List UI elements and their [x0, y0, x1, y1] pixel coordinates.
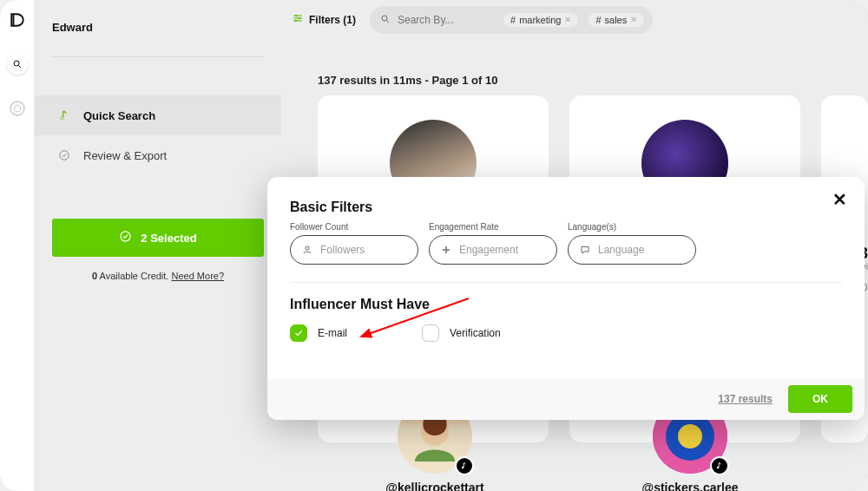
app-logo[interactable] [10, 12, 25, 28]
selected-button-label: 2 Selected [141, 232, 196, 245]
field-placeholder: Language [598, 244, 644, 256]
svg-point-18 [678, 424, 702, 448]
engagement-input[interactable]: Engagement [429, 235, 557, 265]
followers-input[interactable]: Followers [290, 235, 418, 265]
svg-point-5 [121, 232, 130, 241]
language-input[interactable]: Language [568, 235, 696, 265]
sidebar-item-quick-search[interactable]: Quick Search [35, 95, 281, 135]
field-label: Follower Count [290, 222, 418, 232]
hash-icon: # [510, 15, 516, 25]
modal-divider [290, 282, 842, 283]
must-have-title: Influencer Must Have [290, 297, 842, 312]
search-icon [380, 12, 391, 28]
music-note-icon [57, 108, 71, 122]
checkbox-checked-icon[interactable] [290, 324, 307, 342]
selected-button[interactable]: 2 Selected [52, 219, 264, 257]
filters-button-label: Filters (1) [309, 14, 356, 26]
sidebar: Edward Quick Search Review & Export 2 Se… [35, 0, 281, 491]
svg-point-9 [295, 15, 297, 16]
field-placeholder: Engagement [459, 244, 518, 256]
credit-need-more-link[interactable]: Need More? [172, 271, 225, 281]
svg-line-13 [387, 20, 390, 23]
result-handle: @kellicrockettart [385, 481, 483, 491]
search-tag-sales[interactable]: # sales ✕ [589, 13, 644, 27]
rail-loading-icon[interactable] [10, 101, 25, 116]
credit-line: 0 Available Credit. Need More? [35, 271, 281, 281]
topbar: Filters (1) # marketing ✕ # sales ✕ [281, 0, 868, 39]
svg-point-10 [299, 17, 300, 19]
results-summary: 137 results in 11ms - Page 1 of 10 [281, 39, 868, 92]
svg-point-12 [382, 16, 387, 21]
sidebar-item-review-export[interactable]: Review & Export [35, 135, 281, 175]
search-pill[interactable]: # marketing ✕ # sales ✕ [370, 6, 653, 34]
must-have-checks: E-mail Verification [290, 324, 842, 342]
sparkle-icon [440, 244, 452, 256]
svg-point-2 [14, 105, 21, 112]
check-circle-icon [119, 230, 132, 245]
svg-point-11 [295, 20, 297, 22]
modal-footer: 137 results OK [267, 378, 865, 420]
close-icon[interactable]: ✕ [832, 189, 847, 210]
rail-search-icon[interactable] [7, 54, 28, 75]
svg-point-19 [717, 467, 720, 469]
basic-filters-modal: ✕ Basic Filters Follower Count Followers… [267, 177, 865, 420]
filter-field-languages: Language(s) Language [568, 222, 696, 265]
ok-button[interactable]: OK [788, 385, 852, 413]
credit-text: Available Credit. [100, 271, 169, 281]
tag-label: sales [605, 15, 628, 25]
sidebar-user-name: Edward [35, 0, 281, 39]
svg-line-1 [18, 66, 21, 69]
filter-field-row: Follower Count Followers Engagement Rate… [290, 222, 842, 265]
svg-point-3 [61, 116, 64, 120]
left-icon-rail [0, 0, 35, 491]
check-circle-icon [57, 148, 71, 162]
tiktok-badge-icon [710, 456, 729, 475]
sidebar-divider [52, 56, 264, 57]
tag-remove-icon[interactable]: ✕ [564, 15, 571, 24]
app-shell: Edward Quick Search Review & Export 2 Se… [0, 0, 868, 491]
tag-remove-icon[interactable]: ✕ [630, 15, 637, 24]
sidebar-item-label: Quick Search [83, 109, 155, 122]
check-label: E-mail [318, 327, 347, 339]
filters-button[interactable]: Filters (1) [286, 12, 361, 27]
field-placeholder: Followers [320, 244, 365, 256]
search-tag-marketing[interactable]: # marketing ✕ [503, 13, 578, 27]
filter-field-engagement-rate: Engagement Rate Engagement [429, 222, 557, 265]
svg-point-0 [14, 61, 19, 66]
field-label: Language(s) [568, 222, 696, 232]
tiktok-badge-icon [455, 456, 474, 475]
sidebar-nav: Quick Search Review & Export [35, 95, 281, 175]
checkbox-unchecked-icon[interactable] [422, 324, 439, 342]
check-verification[interactable]: Verification [422, 324, 501, 342]
sidebar-item-label: Review & Export [83, 149, 167, 162]
hash-icon: # [595, 15, 601, 25]
credit-count: 0 [92, 271, 97, 281]
svg-point-20 [306, 246, 309, 250]
search-input[interactable] [398, 14, 493, 26]
field-label: Engagement Rate [429, 222, 557, 232]
user-icon [301, 244, 313, 256]
modal-title: Basic Filters [290, 200, 842, 215]
results-count-link[interactable]: 137 results [718, 393, 773, 405]
result-handle: @stickers.carlee [642, 481, 739, 491]
svg-point-15 [462, 467, 464, 469]
check-label: Verification [450, 327, 501, 339]
sliders-icon [292, 12, 304, 27]
svg-point-4 [60, 151, 69, 160]
filter-field-follower-count: Follower Count Followers [290, 222, 418, 265]
chat-icon [579, 244, 591, 256]
check-email[interactable]: E-mail [290, 324, 347, 342]
tag-label: marketing [519, 15, 561, 25]
